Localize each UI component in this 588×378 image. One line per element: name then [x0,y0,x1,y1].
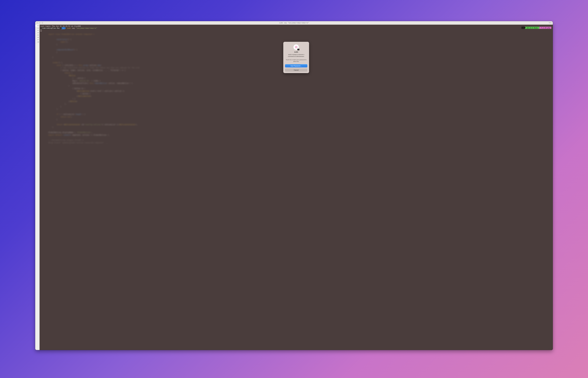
cmd-arg: "oesjemarremarremarre" [76,27,97,29]
terminal-cursor [40,30,42,31]
modal-title: sudo [285,51,307,53]
prompt-line: timbroddin@Tims-Mac ~ sudo say "oesjemar… [40,27,552,29]
terminal-window: sudo say "oesjemarremarremarre" ⌥⌘1 ..⌘1… [35,21,553,350]
background-code-blur: export class GlobalNotices extends Compo… [39,25,553,350]
status-node-chip: 18.13.0 Node [525,27,539,29]
use-password-button[interactable]: Use Password… [285,64,307,68]
prompt-cwd: ~ [62,27,65,29]
last-login-line: Last login: Thu Jun 15 16:25:51 on ttys0… [40,25,552,27]
tab-5[interactable]: ..⌘5 [35,34,39,36]
modal-message: sudo is trying to execute a command as a… [285,54,307,57]
status-chips: ✓ 18.13.0 Node 7.2.34 php [522,27,551,29]
cmd-say: say [72,27,75,29]
minimize-window-dot[interactable] [39,22,40,24]
fingerprint-icon [294,45,298,49]
tab-7[interactable]: ..⌘7 [35,39,39,41]
close-window-dot[interactable] [36,22,38,24]
tab-8[interactable]: ..⌘8 [35,41,39,43]
cmd-sudo: sudo [67,27,71,29]
terminal-badge-icon: >_ [297,49,299,50]
fullscreen-window-dot[interactable] [42,22,43,24]
terminal-pane[interactable]: export class GlobalNotices extends Compo… [39,25,553,350]
prompt-user-host: timbroddin@Tims-Mac [40,27,61,29]
tab-sidebar: ..⌘1 ..⌘2 ..⌘3 ..⌘4 ..⌘5 ..⌘6 ..⌘7 ..⌘8 [35,25,39,350]
touch-id-icon: >_ [294,44,299,50]
traffic-lights [36,22,43,24]
auth-modal: >_ sudo sudo is trying to execute a comm… [283,42,309,73]
cancel-button[interactable]: Cancel [285,68,307,72]
tab-6[interactable]: ..⌘6 [35,36,39,39]
tab-2[interactable]: ..⌘2 [35,27,39,29]
tab-1[interactable]: ..⌘1 [35,25,39,27]
tab-4[interactable]: ..⌘4 [35,32,39,34]
status-ok-chip: ✓ [522,27,525,29]
modal-hint: Touch ID or enter your password to allow… [285,59,307,63]
window-shortcut-label: ⌥⌘1 [549,22,552,24]
status-php-chip: 7.2.34 php [539,27,551,29]
window-titlebar: sudo say "oesjemarremarremarre" ⌥⌘1 [35,21,553,25]
window-title: sudo say "oesjemarremarremarre" [35,22,553,24]
tab-3[interactable]: ..⌘3 [35,29,39,32]
